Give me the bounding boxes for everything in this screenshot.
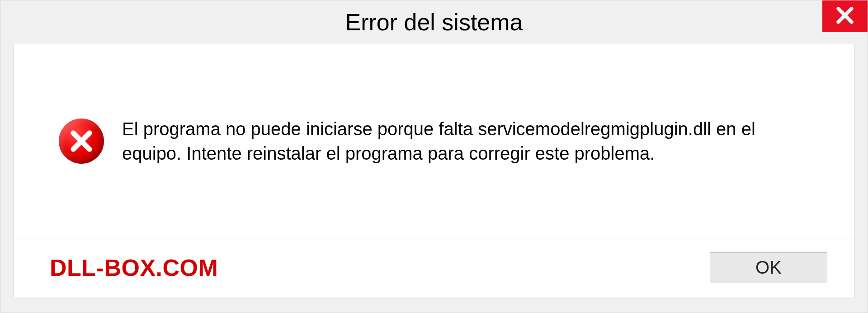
- error-icon: [59, 119, 104, 164]
- ok-button[interactable]: OK: [710, 252, 827, 283]
- error-message: El programa no puede iniciarse porque fa…: [122, 117, 818, 166]
- message-area: El programa no puede iniciarse porque fa…: [14, 44, 854, 238]
- dialog-title: Error del sistema: [345, 9, 523, 36]
- close-icon: [835, 5, 855, 27]
- watermark-text: DLL-BOX.COM: [50, 254, 218, 281]
- dialog-footer: DLL-BOX.COM OK: [14, 238, 854, 297]
- close-button[interactable]: [822, 0, 868, 32]
- titlebar: Error del sistema: [0, 0, 868, 44]
- dialog-content: El programa no puede iniciarse porque fa…: [13, 44, 855, 297]
